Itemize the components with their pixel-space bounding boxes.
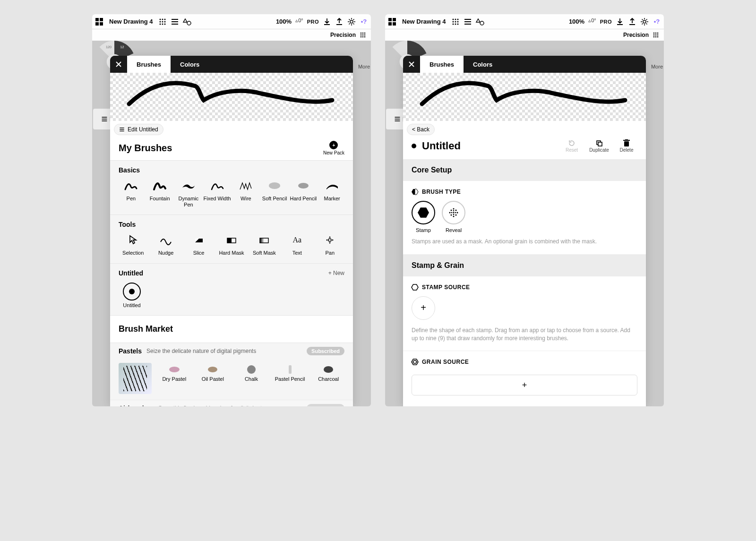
tool-slice[interactable]: Slice: [182, 233, 215, 256]
svg-point-94: [451, 210, 452, 211]
download-icon[interactable]: [323, 17, 331, 26]
brush-stroke-icon: [412, 77, 630, 110]
more-label[interactable]: More: [358, 64, 370, 69]
type-stamp[interactable]: Stamp: [412, 201, 435, 233]
angle-value[interactable]: ▵0°: [295, 17, 303, 24]
brush-fountain[interactable]: Fountain: [146, 179, 174, 208]
brush-dynamic-pen[interactable]: Dynamic Pen: [174, 179, 203, 208]
tab-colors[interactable]: Colors: [464, 56, 502, 73]
svg-rect-66: [464, 24, 471, 25]
list-icon[interactable]: [464, 17, 472, 26]
brush-preview: [403, 73, 646, 121]
grid-icon[interactable]: [158, 17, 167, 26]
tool-hard-mask[interactable]: Hard Mask: [215, 233, 248, 256]
svg-rect-80: [395, 117, 400, 118]
svg-point-5: [162, 18, 163, 20]
back-button[interactable]: < Back: [407, 124, 435, 135]
drag-icon[interactable]: [652, 31, 660, 39]
help-icon[interactable]: •?: [653, 17, 661, 26]
market-pastels-thumb[interactable]: [119, 363, 152, 394]
svg-point-18: [350, 20, 353, 23]
tool-soft-mask[interactable]: Soft Mask: [248, 233, 281, 256]
download-icon[interactable]: [616, 17, 624, 26]
gear-icon[interactable]: [347, 17, 356, 26]
svg-point-60: [457, 21, 459, 22]
svg-rect-52: [393, 18, 396, 21]
pro-badge[interactable]: PRO: [600, 19, 612, 25]
brush-name[interactable]: Untitled: [422, 140, 555, 152]
svg-rect-36: [120, 131, 124, 131]
svg-point-77: [655, 36, 657, 38]
market-pastel-pencil[interactable]: Pastel Pencil: [274, 363, 306, 394]
shapes-icon[interactable]: [476, 17, 484, 26]
gallery-icon[interactable]: [388, 17, 396, 26]
svg-point-101: [451, 212, 453, 214]
delete-button[interactable]: Delete: [616, 139, 637, 153]
document-title[interactable]: New Drawing 4: [107, 18, 155, 25]
tab-brushes[interactable]: Brushes: [420, 56, 464, 73]
upload-icon[interactable]: [628, 17, 636, 26]
precision-label[interactable]: Precision: [623, 32, 649, 38]
close-icon[interactable]: [110, 56, 127, 73]
svg-point-25: [361, 36, 362, 38]
svg-marker-89: [415, 189, 418, 195]
add-grain-button[interactable]: +: [412, 375, 637, 395]
precision-label[interactable]: Precision: [330, 32, 356, 38]
drag-icon[interactable]: [359, 31, 367, 39]
brush-wire[interactable]: Wire: [232, 179, 260, 208]
shapes-icon[interactable]: [183, 17, 191, 26]
stamp-source-help: Define the shape of each stamp. Drag fro…: [412, 326, 637, 343]
document-title[interactable]: New Drawing 4: [400, 18, 447, 25]
tab-brushes[interactable]: Brushes: [127, 56, 171, 73]
zoom-value[interactable]: 100%: [276, 18, 292, 25]
add-stamp-button[interactable]: +: [412, 296, 435, 320]
brush-untitled[interactable]: Untitled: [117, 279, 147, 309]
tab-colors[interactable]: Colors: [171, 56, 209, 73]
edit-untitled-button[interactable]: Edit Untitled: [114, 124, 163, 135]
svg-point-98: [453, 212, 455, 214]
market-oil-pastel[interactable]: Oil Pastel: [197, 363, 229, 394]
brush-pen[interactable]: Pen: [117, 179, 146, 208]
brush-hard-pencil[interactable]: Hard Pencil: [289, 179, 318, 208]
gallery-icon[interactable]: [95, 17, 103, 26]
svg-point-12: [164, 23, 166, 25]
upload-icon[interactable]: [335, 17, 344, 26]
svg-point-46: [169, 367, 180, 372]
brush-fixed-width[interactable]: Fixed Width: [203, 179, 232, 208]
close-icon[interactable]: [403, 56, 420, 73]
brush-soft-pencil[interactable]: Soft Pencil: [260, 179, 289, 208]
new-pack-button[interactable]: + New Pack: [323, 141, 344, 155]
tool-pan[interactable]: Pan: [314, 233, 346, 256]
svg-marker-103: [412, 284, 418, 290]
svg-rect-65: [464, 21, 471, 22]
tool-nudge[interactable]: Nudge: [149, 233, 182, 256]
brush-marker[interactable]: Marker: [318, 179, 346, 208]
svg-point-23: [362, 34, 364, 36]
pro-badge[interactable]: PRO: [307, 19, 319, 25]
svg-point-20: [362, 33, 364, 34]
type-reveal[interactable]: Reveal: [442, 201, 465, 233]
tool-selection[interactable]: Selection: [117, 233, 149, 256]
angle-value[interactable]: ▵0°: [588, 17, 596, 24]
basics-heading: Basics: [119, 166, 140, 174]
market-charcoal[interactable]: Charcoal: [312, 363, 344, 394]
zoom-value[interactable]: 100%: [569, 18, 584, 25]
brush-type-label: BRUSH TYPE: [412, 189, 637, 195]
svg-point-8: [162, 21, 163, 22]
market-chalk[interactable]: Chalk: [235, 363, 267, 394]
svg-point-21: [364, 33, 366, 34]
tool-text[interactable]: AaText: [281, 233, 313, 256]
list-icon[interactable]: [171, 17, 179, 26]
duplicate-button[interactable]: Duplicate: [588, 139, 610, 153]
svg-point-4: [160, 18, 161, 20]
grid-icon[interactable]: [451, 17, 460, 26]
more-label[interactable]: More: [651, 64, 663, 69]
svg-point-11: [162, 23, 163, 25]
svg-marker-105: [413, 361, 417, 363]
help-icon[interactable]: •?: [360, 17, 368, 26]
svg-point-99: [453, 210, 455, 212]
new-brush-button[interactable]: + New: [328, 270, 344, 276]
market-dry-pastel[interactable]: Dry Pastel: [158, 363, 190, 394]
gear-icon[interactable]: [640, 17, 649, 26]
svg-rect-2: [95, 22, 99, 26]
